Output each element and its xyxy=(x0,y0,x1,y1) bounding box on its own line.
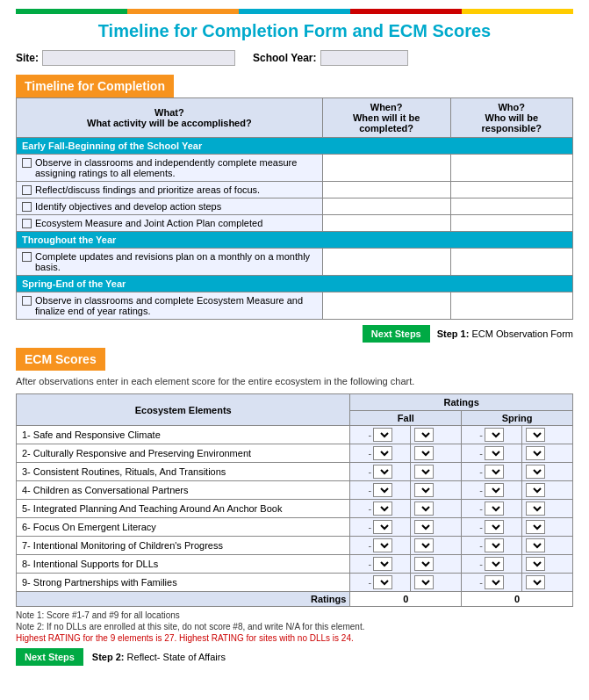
ecm-table: Ecosystem Elements Ratings Fall Spring 1… xyxy=(16,393,573,607)
ecosystem-elements-header: Ecosystem Elements xyxy=(17,394,350,426)
spring-score-select[interactable] xyxy=(485,520,504,534)
timeline-header: Timeline for Completion xyxy=(16,75,174,97)
timeline-section-row: Spring-End of the Year xyxy=(17,276,573,292)
fall-score-select-2[interactable] xyxy=(414,575,434,589)
ecm-row: 5- Integrated Planning And Teaching Arou… xyxy=(17,500,573,518)
spring-score-select[interactable] xyxy=(485,502,504,516)
fall-score-select[interactable] xyxy=(373,465,392,479)
fall-score-select[interactable] xyxy=(373,502,392,516)
spring-score-select[interactable] xyxy=(485,465,504,479)
fall-score-select-2[interactable] xyxy=(414,428,434,442)
spring-score-select[interactable] xyxy=(485,446,504,460)
fall-score-select-2[interactable] xyxy=(414,502,434,516)
ratings-header: Ratings xyxy=(350,394,573,411)
timeline-activity-row: Reflect/discuss findings and prioritize … xyxy=(17,182,573,198)
fall-score-select-2[interactable] xyxy=(414,465,434,479)
fall-score-select[interactable] xyxy=(373,538,392,552)
fall-score-select[interactable] xyxy=(373,483,392,497)
ratings-label: Ratings xyxy=(17,592,350,607)
step-label-1: Step 1: ECM Observation Form xyxy=(437,328,573,339)
step-label-2: Step 2: Reflect- State of Affairs xyxy=(92,652,226,662)
timeline-activity-row: Complete updates and revisions plan on a… xyxy=(17,249,573,276)
timeline-activity-row: Observe in classrooms and independently … xyxy=(17,155,573,182)
timeline-section-row: Throughout the Year xyxy=(17,232,573,249)
fall-total: 0 xyxy=(350,592,462,607)
timeline-table: What?What activity will be accomplished?… xyxy=(16,97,573,320)
ecm-row: 8- Intentional Supports for DLLs-- xyxy=(17,555,573,574)
fall-header: Fall xyxy=(350,411,462,426)
fall-score-select-2[interactable] xyxy=(414,446,434,460)
checkbox-icon[interactable] xyxy=(22,252,32,262)
next-steps-button-2[interactable]: Next Steps xyxy=(16,648,83,666)
timeline-section: Timeline for Completion What?What activi… xyxy=(16,75,573,320)
ecm-row: 6- Focus On Emergent Literacy-- xyxy=(17,518,573,537)
ecm-section: ECM Scores After observations enter in e… xyxy=(16,348,573,643)
timeline-activity-row: Ecosystem Measure and Joint Action Plan … xyxy=(17,215,573,232)
timeline-activity-row: Identify objectives and develop action s… xyxy=(17,198,573,215)
spring-score-select-2[interactable] xyxy=(526,483,545,497)
school-year-label: School Year: xyxy=(253,52,316,64)
spring-score-select[interactable] xyxy=(485,557,504,571)
ecm-row: 3- Consistent Routines, Rituals, And Tra… xyxy=(17,463,573,481)
spring-score-select[interactable] xyxy=(485,428,504,442)
ecm-row: 2- Culturally Responsive and Preserving … xyxy=(17,444,573,463)
note-1: Note 1: Score #1-7 and #9 for all locati… xyxy=(16,610,573,620)
timeline-activity-row: Observe in classrooms and complete Ecosy… xyxy=(17,292,573,320)
site-label: Site: xyxy=(16,52,39,64)
fall-score-select-2[interactable] xyxy=(414,557,434,571)
ecm-row: 4- Children as Conversational Partners-- xyxy=(17,481,573,500)
next-steps-row-1: Next Steps Step 1: ECM Observation Form xyxy=(16,325,573,343)
col-when: When?When will it be completed? xyxy=(322,98,450,138)
spring-score-select-2[interactable] xyxy=(526,428,545,442)
spring-header: Spring xyxy=(462,411,573,426)
site-row: Site: School Year: xyxy=(16,50,573,66)
ecm-row: 7- Intentional Monitoring of Children's … xyxy=(17,537,573,555)
next-steps-row-2: Next Steps Step 2: Reflect- State of Aff… xyxy=(16,648,573,666)
spring-score-select[interactable] xyxy=(485,483,504,497)
checkbox-icon[interactable] xyxy=(22,202,32,212)
ecm-row: 1- Safe and Responsive Climate-- xyxy=(17,426,573,444)
checkbox-icon[interactable] xyxy=(22,185,32,195)
checkbox-icon[interactable] xyxy=(22,296,32,306)
school-year-input[interactable] xyxy=(320,50,408,66)
spring-total: 0 xyxy=(462,592,573,607)
spring-score-select-2[interactable] xyxy=(526,446,545,460)
spring-score-select-2[interactable] xyxy=(526,557,545,571)
spring-score-select[interactable] xyxy=(485,575,504,589)
fall-score-select-2[interactable] xyxy=(414,520,434,534)
ecm-row: 9- Strong Partnerships with Families-- xyxy=(17,574,573,592)
timeline-section-row: Early Fall-Beginning of the School Year xyxy=(17,138,573,155)
fall-score-select[interactable] xyxy=(373,446,392,460)
spring-score-select-2[interactable] xyxy=(526,502,545,516)
checkbox-icon[interactable] xyxy=(22,219,32,228)
checkbox-icon[interactable] xyxy=(22,158,32,168)
ratings-total-row: Ratings 0 0 xyxy=(17,592,573,607)
note-2: Note 2: If no DLLs are enrolled at this … xyxy=(16,622,573,631)
top-color-bar xyxy=(16,9,573,14)
fall-score-select[interactable] xyxy=(373,557,392,571)
spring-score-select-2[interactable] xyxy=(526,538,545,552)
site-input[interactable] xyxy=(42,50,235,66)
page-title: Timeline for Completion Form and ECM Sco… xyxy=(16,21,573,41)
ecm-description: After observations enter in each element… xyxy=(16,376,573,386)
fall-score-select[interactable] xyxy=(373,428,392,442)
note-3: Highest RATING for the 9 elements is 27.… xyxy=(16,633,573,643)
col-who: Who?Who will be responsible? xyxy=(450,98,572,138)
fall-score-select[interactable] xyxy=(373,575,392,589)
next-steps-button-1[interactable]: Next Steps xyxy=(363,325,430,343)
spring-score-select-2[interactable] xyxy=(526,465,545,479)
fall-score-select-2[interactable] xyxy=(414,483,434,497)
col-what: What?What activity will be accomplished? xyxy=(17,98,323,138)
spring-score-select-2[interactable] xyxy=(526,575,545,589)
ecm-header: ECM Scores xyxy=(16,348,105,371)
fall-score-select-2[interactable] xyxy=(414,538,434,552)
spring-score-select[interactable] xyxy=(485,538,504,552)
spring-score-select-2[interactable] xyxy=(526,520,545,534)
fall-score-select[interactable] xyxy=(373,520,392,534)
